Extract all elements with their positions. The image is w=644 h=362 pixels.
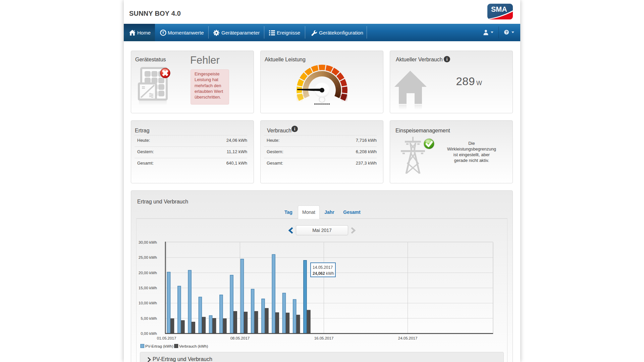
svg-text:14.05.2017: 14.05.2017: [313, 265, 333, 270]
svg-text:15,00 kWh: 15,00 kWh: [139, 286, 157, 290]
svg-text:30,00 kWh: 30,00 kWh: [139, 240, 157, 244]
svg-text:Verbrauch (kWh): Verbrauch (kWh): [179, 344, 208, 348]
svg-text:5,00 kWh: 5,00 kWh: [141, 316, 157, 320]
svg-text:PV-Ertrag (kWh): PV-Ertrag (kWh): [145, 344, 173, 348]
svg-text:24,062 kWh: 24,062 kWh: [313, 271, 334, 276]
svg-text:08.05.2017: 08.05.2017: [230, 336, 250, 340]
svg-text:25,00 kWh: 25,00 kWh: [139, 255, 157, 259]
svg-text:SMA: SMA: [491, 5, 507, 13]
svg-text:10,00 kWh: 10,00 kWh: [139, 301, 157, 305]
svg-text:24.05.2017: 24.05.2017: [398, 336, 418, 340]
svg-text:16.05.2017: 16.05.2017: [314, 336, 334, 340]
svg-text:01.05.2017: 01.05.2017: [157, 336, 176, 340]
svg-text:0,00 kWh: 0,00 kWh: [141, 331, 157, 336]
svg-text:20,00 kWh: 20,00 kWh: [139, 271, 157, 275]
